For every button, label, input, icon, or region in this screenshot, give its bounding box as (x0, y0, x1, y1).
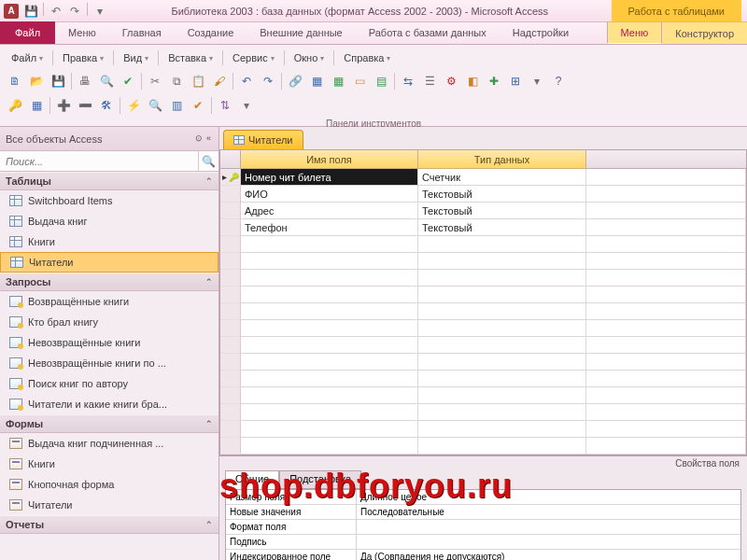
data-type-cell[interactable]: Счетчик (418, 169, 586, 186)
tab-home[interactable]: Главная (109, 21, 175, 44)
data-type-cell[interactable] (418, 438, 586, 455)
tab-database-tools[interactable]: Работа с базами данных (356, 21, 500, 44)
description-cell[interactable] (586, 169, 746, 186)
tab-create[interactable]: Создание (175, 21, 247, 44)
description-cell[interactable] (586, 287, 746, 303)
description-cell[interactable] (586, 337, 746, 354)
nav-item[interactable]: Читатели и какие книги бра... (0, 394, 218, 414)
data-type-cell[interactable] (418, 287, 586, 303)
module-icon[interactable]: ◧ (463, 72, 482, 91)
window-list-icon[interactable]: ▾ (528, 72, 546, 91)
field-name-cell[interactable] (241, 337, 418, 354)
property-row[interactable]: Размер поляДлинное целое (226, 490, 740, 505)
data-type-cell[interactable] (418, 354, 586, 371)
nav-collapse-icon[interactable]: « (204, 133, 213, 145)
analyze-icon[interactable]: ✚ (485, 72, 503, 91)
help-icon[interactable]: ? (549, 72, 568, 91)
row-selector[interactable] (220, 421, 241, 438)
open-icon[interactable]: 📂 (27, 72, 46, 91)
nav-search-input[interactable] (0, 151, 198, 171)
row-selector[interactable] (220, 438, 241, 455)
field-row-empty[interactable] (220, 337, 746, 354)
more-icon[interactable]: ▾ (237, 96, 256, 115)
field-name-cell[interactable] (241, 387, 418, 404)
field-row[interactable]: ФИОТекстовый (220, 186, 746, 203)
field-name-cell[interactable] (241, 421, 418, 438)
test-validation-icon[interactable]: ✔ (189, 96, 207, 115)
tab-context-menu[interactable]: Меню (607, 21, 663, 44)
description-cell[interactable] (586, 387, 746, 404)
field-row-empty[interactable] (220, 404, 746, 421)
print-preview-icon[interactable]: 🔍 (97, 72, 116, 91)
row-selector[interactable] (220, 404, 241, 421)
field-row[interactable]: АдресТекстовый (220, 203, 746, 219)
form-icon[interactable]: ▭ (350, 72, 369, 91)
menu-help[interactable]: Справка▾ (338, 49, 396, 66)
property-value[interactable] (357, 520, 740, 534)
nav-group-header[interactable]: Формы⌃ (0, 414, 218, 433)
properties-tab-lookup[interactable]: Подстановка (279, 470, 361, 489)
property-row[interactable]: Подпись (226, 535, 740, 550)
undo-icon[interactable]: ↶ (237, 72, 256, 91)
menu-view[interactable]: Вид▾ (118, 49, 154, 66)
field-row-empty[interactable] (220, 270, 746, 287)
row-selector[interactable] (220, 303, 241, 320)
nav-header[interactable]: Все объекты Access ⊙ « (0, 127, 218, 151)
builder-icon[interactable]: 🛠 (97, 96, 116, 115)
row-selector[interactable] (220, 169, 241, 186)
row-selector[interactable] (220, 371, 241, 387)
format-painter-icon[interactable]: 🖌 (210, 72, 229, 91)
field-name-cell[interactable]: Номер чит билета (241, 169, 418, 186)
relationships-icon[interactable]: ⇆ (399, 72, 417, 91)
copy-icon[interactable]: ⧉ (167, 72, 186, 91)
row-selector[interactable] (220, 203, 241, 219)
nav-filter-icon[interactable]: ⊙ (193, 133, 204, 145)
nav-item[interactable]: Невозвращённые книги (0, 332, 218, 353)
row-selector[interactable] (220, 354, 241, 371)
data-type-cell[interactable]: Текстовый (418, 219, 586, 236)
field-row-empty[interactable] (220, 438, 746, 455)
data-type-cell[interactable]: Текстовый (418, 203, 586, 219)
data-type-cell[interactable] (418, 320, 586, 337)
menu-window[interactable]: Окно▾ (289, 49, 331, 66)
row-selector[interactable] (220, 337, 241, 354)
collapse-group-icon[interactable]: ⌃ (205, 176, 213, 186)
field-row-empty[interactable] (220, 320, 746, 337)
collapse-group-icon[interactable]: ⌃ (205, 277, 213, 287)
undo-icon[interactable]: ↶ (48, 3, 64, 20)
description-cell[interactable] (586, 219, 746, 236)
field-name-cell[interactable] (241, 287, 418, 303)
property-row[interactable]: Новые значенияПоследовательные (226, 505, 740, 520)
property-value[interactable]: Да (Совпадения не допускаются) (357, 550, 740, 560)
row-selector[interactable] (220, 270, 241, 287)
nav-item[interactable]: Выдача книг подчиненная ... (0, 433, 218, 454)
field-row-empty[interactable] (220, 253, 746, 270)
save-icon[interactable]: 💾 (49, 72, 67, 91)
data-type-cell[interactable] (418, 387, 586, 404)
row-selector[interactable] (220, 253, 241, 270)
nav-item[interactable]: Читатели (0, 495, 218, 515)
data-type-cell[interactable] (418, 253, 586, 270)
description-cell[interactable] (586, 203, 746, 219)
data-type-cell[interactable]: Текстовый (418, 186, 586, 203)
menu-edit[interactable]: Правка▾ (57, 49, 109, 66)
report-icon[interactable]: ▤ (372, 72, 390, 91)
object-deps-icon[interactable]: ⇅ (216, 96, 234, 115)
description-cell[interactable] (586, 303, 746, 320)
property-value[interactable]: Последовательные (357, 505, 740, 519)
nav-item[interactable]: Switchboard Items (0, 190, 218, 211)
col-header-description[interactable] (586, 150, 746, 169)
property-row[interactable]: Формат поля (226, 520, 740, 535)
print-icon[interactable]: 🖶 (76, 72, 94, 91)
property-value[interactable] (357, 535, 740, 549)
properties-tab-general[interactable]: Общие (225, 470, 279, 489)
tab-addins[interactable]: Надстройки (500, 21, 582, 44)
description-cell[interactable] (586, 421, 746, 438)
properties-icon[interactable]: ☰ (420, 72, 439, 91)
query-icon[interactable]: ▦ (329, 72, 347, 91)
nav-item[interactable]: Читатели (0, 252, 218, 273)
menu-file[interactable]: Файл▾ (6, 49, 49, 66)
nav-item[interactable]: Невозвращённые книги по ... (0, 353, 218, 373)
field-row-empty[interactable] (220, 421, 746, 438)
description-cell[interactable] (586, 253, 746, 270)
